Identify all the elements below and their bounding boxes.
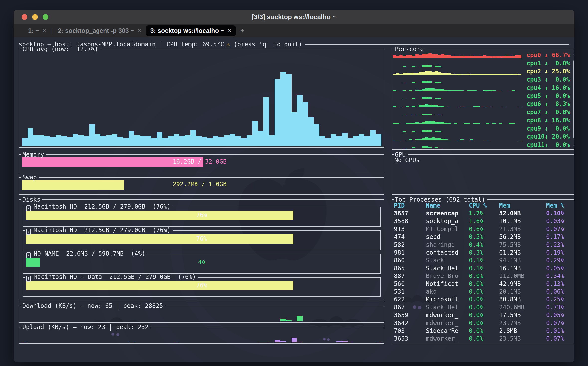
disk-panel-1: ?Macintosh HD 212.5GB / 279.0GB (76%)76% [23, 231, 381, 250]
chart-bar [252, 121, 258, 146]
process-cell-mem: 23.5MB [499, 335, 546, 342]
chart-bar [342, 341, 348, 342]
process-row[interactable]: 860Slack0.1%94.1MB0.29% [394, 257, 574, 264]
tab-2[interactable]: 2: socktop_agent -p 303 ~ × [53, 25, 146, 36]
chart-bar [134, 135, 140, 146]
process-cell-mem: 17.5MB [499, 312, 546, 319]
process-cell-pid: 860 [394, 257, 426, 264]
process-row[interactable]: 560Notificat0.0%42.9MB0.13% [394, 280, 574, 288]
gpu-panel: GPU No GPUs [392, 155, 574, 195]
chart-bar [359, 134, 365, 146]
chart-bar [263, 97, 269, 146]
process-cell-cpu: 0.6% [469, 226, 499, 233]
core-row-cpu5: cpu5 ↓ 0.0% [392, 92, 574, 100]
tab-3-close-icon[interactable]: × [228, 27, 231, 34]
chart-bar [342, 133, 348, 146]
disk-panel-0: ?Macintosh HD 212.5GB / 279.0GB (76%)76% [23, 207, 381, 227]
chart-bar [112, 134, 117, 146]
chart-bar [151, 138, 157, 146]
process-row[interactable]: 3653mdworker_0.0%23.5MB0.07% [394, 335, 574, 343]
process-row[interactable]: 582sharingd0.4%75.5MB0.23% [394, 241, 574, 249]
process-cell-mem: 80.8MB [499, 296, 546, 303]
tab-2-close-icon[interactable]: × [138, 27, 141, 34]
core-sparkline [393, 142, 521, 148]
tab-1-close-icon[interactable]: × [43, 27, 46, 34]
process-cell-name: socktop_a [426, 218, 469, 225]
process-row[interactable]: 703SidecarRe0.0%2.8MB0.01% [394, 327, 574, 335]
process-row[interactable]: 887Brave Bro0.0%112.0MB0.34% [394, 272, 574, 280]
process-cell-mem: 23.7MB [499, 320, 546, 327]
process-row[interactable]: 531akd0.0%20.1MB0.06% [394, 288, 574, 295]
process-cell-name: Notificat [426, 280, 469, 287]
process-cell-mempct: 0.29% [546, 257, 574, 264]
chart-bar [258, 342, 264, 342]
process-cell-cpu: 0.1% [469, 257, 499, 264]
core-label: cpu4 ↓ 16.0% [527, 84, 570, 91]
process-cell-pid: 981 [394, 249, 426, 256]
chart-bar [286, 74, 292, 146]
scroll-up-icon[interactable]: ▲ [572, 50, 574, 56]
chart-bar [202, 137, 207, 146]
chart-bar [303, 102, 308, 146]
process-cell-mempct: 0.13% [546, 280, 574, 287]
process-row[interactable]: 3642mdworker_0.0%23.7MB0.07% [394, 319, 574, 327]
tab-2-label: 2: socktop_agent -p 303 ~ [58, 27, 134, 34]
process-cell-name: mdworker_ [426, 320, 469, 327]
scroll-down-icon[interactable]: ▼ [572, 144, 574, 149]
tab-1[interactable]: 1: ~ × [24, 25, 51, 36]
gpu-title: GPU [394, 151, 408, 158]
close-window-button[interactable] [22, 14, 27, 20]
core-row-cpu8: cpu8 ↓ 16.0% [392, 116, 574, 124]
core-sparkline [393, 68, 521, 75]
process-row[interactable]: 865Slack Hel0.1%16.1MB0.05% [394, 264, 574, 272]
process-cell-mempct: 0.73% [546, 304, 574, 311]
chart-bar [106, 135, 112, 146]
chart-bar [22, 138, 28, 146]
process-row[interactable]: 474secd0.5%56.2MB0.17% [394, 233, 574, 241]
disk-title: ?Macintosh HD 212.5GB / 279.0GB (76%) [25, 227, 173, 235]
core-label: cpu10↓ 20.0% [527, 133, 570, 140]
swap-title: Swap [21, 174, 39, 181]
chart-bar [140, 136, 146, 146]
chart-bar [280, 319, 286, 321]
tab-3-label: 3: socktop ws://localho ~ [150, 27, 224, 34]
per-core-scrollbar[interactable]: ▲ ▼ [572, 51, 574, 148]
process-row[interactable]: 622Microsoft0.0%80.8MB0.25% [394, 296, 574, 303]
disk-usage-bar: 4% [26, 258, 378, 267]
new-tab-button[interactable]: + [240, 27, 244, 35]
process-row[interactable]: 3659mdworker_0.0%17.5MB0.05% [394, 311, 574, 319]
process-cell-name: mdworker_ [426, 335, 469, 342]
minimize-window-button[interactable] [32, 14, 38, 20]
zoom-window-button[interactable] [43, 14, 48, 20]
chart-bar [325, 138, 331, 146]
process-cell-mem: 61.2MB [499, 249, 546, 256]
core-sparkline [393, 60, 521, 67]
chart-bar [286, 320, 292, 321]
chart-bar [331, 134, 336, 146]
tab-bar: 1: ~ × | 2: socktop_agent -p 303 ~ × 3: … [14, 24, 574, 37]
tab-3-active[interactable]: 3: socktop ws://localho ~ × [146, 25, 236, 36]
chart-bar [95, 134, 101, 146]
core-label: cpu9 ↓ 0.0% [527, 125, 570, 132]
process-row[interactable]: 3657screencap1.7%32.0MB0.10% [394, 209, 574, 217]
chart-bar [348, 138, 353, 146]
chart-bar [89, 124, 95, 146]
core-label: cpu1 ↓ 0.0% [527, 60, 570, 67]
per-core-rows: cpu0 ↓ 66.7%cpu1 ↓ 0.0%cpu2 ↓ 25.0%cpu3 … [392, 51, 574, 149]
disk-usage-percent-label: 4% [26, 259, 378, 266]
process-row[interactable]: 867Slack Hel0.0%240.6MB0.73% [394, 303, 574, 311]
chart-bar [218, 137, 224, 146]
chart-bar [67, 137, 73, 146]
chart-bar [280, 341, 286, 342]
process-row[interactable]: 981contactsd0.3%61.2MB0.19% [394, 249, 574, 256]
process-cell-cpu: 0.0% [469, 288, 499, 295]
process-row[interactable]: 3588socktop_a1.6%10.1MB0.03% [394, 217, 574, 225]
process-cell-name: screencap [426, 210, 469, 217]
process-cell-name: MTLCompil [426, 226, 469, 233]
disk-title: ?Macintosh HD - Data 212.5GB / 279.0GB (… [25, 274, 198, 282]
process-row[interactable]: 913MTLCompil0.6%21.3MB0.07% [394, 225, 574, 233]
chart-bar [117, 137, 123, 146]
scrollbar-thumb[interactable] [573, 60, 574, 139]
core-label: cpu2 ↓ 25.0% [527, 68, 570, 75]
process-cell-cpu: 0.0% [469, 280, 499, 287]
